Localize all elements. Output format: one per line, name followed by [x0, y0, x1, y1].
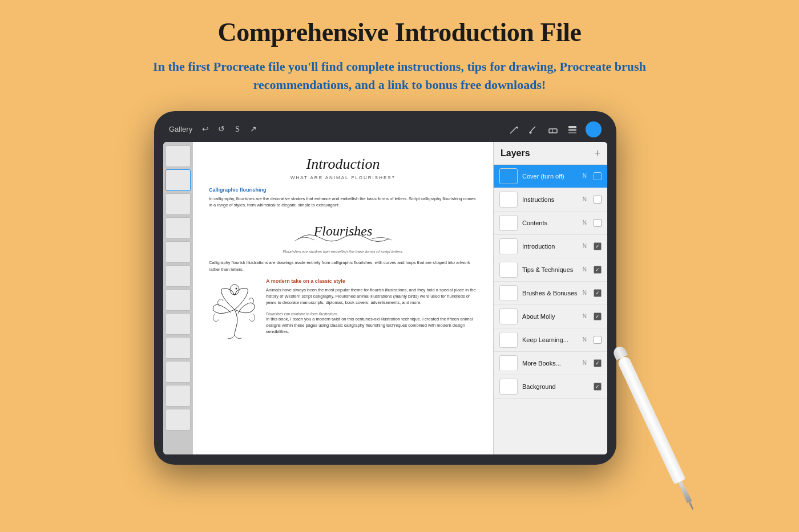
layer-thumbnail — [499, 168, 518, 184]
layer-checkbox[interactable] — [594, 219, 602, 227]
apple-pencil — [602, 340, 705, 509]
layer-label: Cover (turn off) — [522, 173, 578, 180]
redo-icon[interactable]: ↺ — [216, 124, 227, 135]
doc-section1-title: Calligraphic flourishing — [209, 187, 477, 193]
bird-illustration — [209, 278, 260, 341]
doc-heading: Introduction — [209, 156, 477, 173]
svg-point-2 — [530, 131, 532, 133]
layer-item[interactable]: IntroductionN — [494, 235, 607, 258]
gallery-label[interactable]: Gallery — [169, 125, 192, 133]
layer-thumbnail — [499, 332, 518, 348]
pencil-body — [616, 355, 685, 484]
layer-n-label: N — [583, 336, 587, 343]
doc-section2-body2: In this book, I teach you a modern twist… — [266, 316, 477, 335]
layers-panel: Layers + Cover (turn off)NInstructionsNC… — [493, 142, 607, 454]
layer-thumbnail — [499, 215, 518, 231]
thumb-8[interactable] — [166, 313, 191, 335]
layer-thumbnail — [499, 192, 518, 208]
layer-item[interactable]: Background — [494, 375, 607, 399]
thumb-2[interactable] — [166, 169, 191, 191]
layer-label: Introduction — [522, 243, 578, 250]
layer-n-label: N — [583, 173, 587, 179]
svg-point-9 — [230, 285, 239, 295]
undo-icon[interactable]: ↩ — [200, 124, 211, 135]
layer-n-label: N — [583, 360, 587, 366]
svg-rect-5 — [568, 126, 576, 128]
layer-checkbox[interactable] — [594, 242, 602, 250]
color-picker-button[interactable] — [586, 121, 602, 137]
layer-n-label: N — [583, 243, 587, 249]
svg-rect-3 — [549, 129, 557, 133]
thumb-12[interactable] — [166, 409, 191, 431]
ipad-top-right — [508, 121, 602, 137]
pencil-tool-icon[interactable] — [508, 123, 520, 136]
doc-right-text: A modern take on a classic style Animals… — [266, 278, 477, 341]
doc-section2-title: A modern take on a classic style — [266, 278, 477, 284]
layer-n-label: N — [583, 313, 587, 319]
layer-checkbox[interactable] — [594, 266, 602, 274]
layer-label: More Books... — [522, 360, 578, 367]
layer-thumbnail — [499, 285, 518, 301]
layer-item[interactable]: More Books...N — [494, 352, 607, 375]
svg-text:Flourishes: Flourishes — [313, 224, 373, 238]
layer-thumbnail — [499, 262, 518, 278]
layer-thumbnail — [499, 308, 518, 324]
layer-thumbnail — [499, 238, 518, 254]
ipad-screen: Introduction WHAT ARE ANIMAL FLOURISHES?… — [163, 142, 607, 454]
thumb-3[interactable] — [166, 193, 191, 215]
page-subtitle: In the first Procreate file you'll find … — [143, 58, 656, 94]
layer-checkbox[interactable] — [594, 359, 602, 367]
doc-section2-body1: Animals have always been the most popula… — [266, 287, 477, 306]
layer-item[interactable]: InstructionsN — [494, 188, 607, 212]
layers-list: Cover (turn off)NInstructionsNContentsNI… — [494, 165, 607, 399]
pencil-tip-point — [689, 502, 695, 510]
layer-label: About Molly — [522, 313, 578, 320]
thumb-6[interactable] — [166, 265, 191, 287]
layer-item[interactable]: Tips & TechniquesN — [494, 258, 607, 282]
thumb-11[interactable] — [166, 385, 191, 407]
layer-item[interactable]: ContentsN — [494, 212, 607, 235]
layer-thumbnail — [499, 379, 518, 395]
thumb-5[interactable] — [166, 241, 191, 263]
eraser-tool-icon[interactable] — [547, 123, 559, 136]
ipad-toolbar-icons: ↩ ↺ S ↗ — [200, 124, 259, 135]
thumbnail-sidebar — [163, 142, 193, 454]
layer-checkbox[interactable] — [594, 312, 602, 320]
layer-checkbox[interactable] — [594, 336, 602, 344]
flourish-caption: Flourishes are strokes that embellish th… — [209, 250, 477, 254]
brush-tool-icon[interactable] — [527, 123, 540, 136]
doc-subheading: WHAT ARE ANIMAL FLOURISHES? — [209, 175, 477, 180]
layer-checkbox[interactable] — [594, 383, 602, 391]
flourish-art-text: Flourishes — [209, 214, 477, 247]
ipad-top-bar: Gallery ↩ ↺ S ↗ — [163, 121, 607, 142]
document-area: Introduction WHAT ARE ANIMAL FLOURISHES?… — [193, 142, 493, 454]
layer-label: Brushes & Bonuses — [522, 290, 578, 297]
layer-item[interactable]: Brushes & BonusesN — [494, 282, 607, 305]
layer-item[interactable]: Cover (turn off)N — [494, 165, 607, 188]
layers-title: Layers — [501, 148, 530, 159]
tablet-scene: Gallery ↩ ↺ S ↗ — [154, 111, 645, 476]
ipad-shell: Gallery ↩ ↺ S ↗ — [154, 111, 616, 465]
layers-tool-icon[interactable] — [566, 123, 579, 136]
layer-item[interactable]: About MollyN — [494, 305, 607, 328]
export-icon[interactable]: ↗ — [248, 124, 259, 135]
page-title: Comprehensive Introduction File — [217, 17, 581, 47]
layer-label: Instructions — [522, 196, 578, 203]
layer-checkbox[interactable] — [594, 172, 602, 180]
layer-item[interactable]: Keep Learning...N — [494, 328, 607, 352]
thumb-10[interactable] — [166, 361, 191, 383]
layer-checkbox[interactable] — [594, 289, 602, 297]
thumb-1[interactable] — [166, 145, 191, 167]
transform-icon[interactable]: S — [232, 124, 243, 135]
layer-n-label: N — [583, 290, 587, 296]
thumb-7[interactable] — [166, 289, 191, 311]
thumb-9[interactable] — [166, 337, 191, 359]
thumb-4[interactable] — [166, 217, 191, 239]
layer-label: Tips & Techniques — [522, 266, 578, 273]
svg-rect-7 — [568, 132, 576, 133]
pencil-tip — [677, 480, 692, 503]
layers-add-button[interactable]: + — [595, 148, 600, 160]
layer-checkbox[interactable] — [594, 196, 602, 204]
layer-n-label: N — [583, 266, 587, 273]
flourish-body: Calligraphy flourish illustrations are d… — [209, 259, 477, 273]
